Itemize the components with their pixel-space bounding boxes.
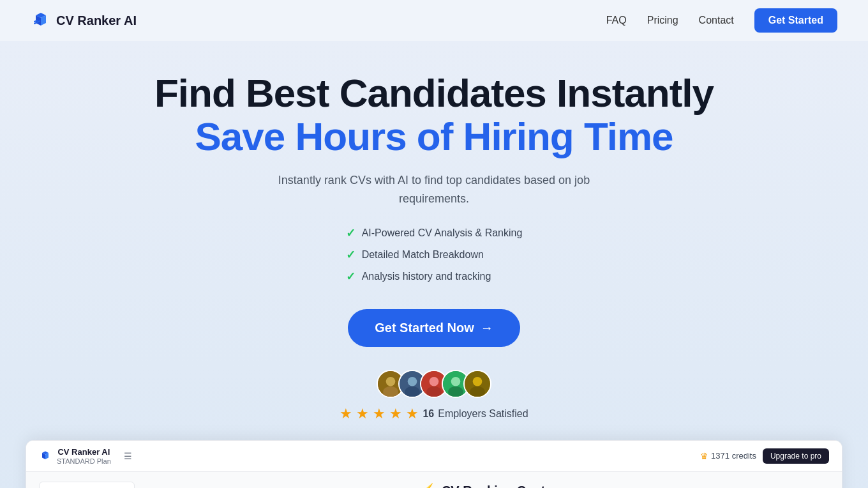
nav-pricing[interactable]: Pricing bbox=[647, 15, 678, 26]
star-1: ★ bbox=[340, 406, 352, 422]
feature-label-3: Analysis history and tracking bbox=[362, 271, 491, 282]
svg-point-7 bbox=[430, 377, 439, 386]
nav-get-started-button[interactable]: Get Started bbox=[754, 8, 837, 33]
app-preview-content: Platform ⚡ CV Ranking Center bbox=[26, 472, 842, 488]
star-5: ★ bbox=[406, 406, 419, 422]
app-preview: CV Ranker AI STANDARD Plan ☰ ♛ 1371 cred… bbox=[26, 440, 842, 488]
check-icon-1: ✓ bbox=[346, 226, 355, 240]
app-logo-icon bbox=[39, 450, 52, 462]
app-logo-text: CV Ranker AI bbox=[57, 447, 111, 457]
avatar-img-5 bbox=[465, 370, 490, 398]
app-preview-bar: CV Ranker AI STANDARD Plan ☰ ♛ 1371 cred… bbox=[26, 441, 842, 472]
star-2: ★ bbox=[356, 406, 369, 422]
logo-icon bbox=[31, 10, 51, 31]
avatar-5 bbox=[463, 370, 491, 398]
feature-item-3: ✓ Analysis history and tracking bbox=[346, 270, 491, 284]
hero-subtitle: Instantly rank CVs with AI to find top c… bbox=[243, 171, 625, 208]
hero-cta-label: Get Started Now bbox=[375, 321, 474, 335]
stars-row: ★ ★ ★ ★ ★ 16 Employers Satisfied bbox=[340, 406, 528, 422]
upgrade-button[interactable]: Upgrade to pro bbox=[763, 448, 829, 464]
avatar-group bbox=[377, 370, 491, 398]
navbar: CV Ranker AI FAQ Pricing Contact Get Sta… bbox=[0, 0, 868, 41]
app-bar-left: CV Ranker AI STANDARD Plan ☰ bbox=[39, 447, 132, 465]
credits-badge: ♛ 1371 credits bbox=[700, 451, 756, 461]
feature-label-1: AI-Powered CV Analysis & Ranking bbox=[362, 227, 523, 239]
svg-point-1 bbox=[386, 377, 396, 386]
platform-label: Platform bbox=[39, 482, 135, 488]
svg-point-11 bbox=[448, 386, 463, 398]
svg-point-10 bbox=[451, 377, 461, 386]
app-plan-text: STANDARD Plan bbox=[57, 457, 111, 465]
features-list: ✓ AI-Powered CV Analysis & Ranking ✓ Det… bbox=[346, 226, 523, 284]
app-title-text: CV Ranking Center bbox=[442, 484, 557, 488]
hero-title-line2: Save Hours of Hiring Time bbox=[195, 115, 673, 158]
svg-point-2 bbox=[383, 386, 398, 398]
nav-contact[interactable]: Contact bbox=[699, 15, 734, 26]
svg-point-13 bbox=[473, 377, 483, 386]
crown-icon: ♛ bbox=[700, 451, 708, 461]
app-bar-right: ♛ 1371 credits Upgrade to pro bbox=[700, 448, 829, 464]
svg-point-14 bbox=[470, 386, 485, 398]
svg-point-4 bbox=[408, 377, 417, 386]
social-proof: ★ ★ ★ ★ ★ 16 Employers Satisfied bbox=[340, 370, 528, 422]
check-icon-3: ✓ bbox=[346, 270, 355, 284]
svg-point-8 bbox=[426, 386, 442, 398]
logo[interactable]: CV Ranker AI bbox=[31, 10, 137, 31]
star-4: ★ bbox=[389, 406, 402, 422]
hero-get-started-button[interactable]: Get Started Now → bbox=[348, 309, 520, 347]
feature-item-1: ✓ AI-Powered CV Analysis & Ranking bbox=[346, 226, 523, 240]
star-3: ★ bbox=[373, 406, 385, 422]
credits-amount: 1371 credits bbox=[711, 451, 756, 461]
employer-count: 16 bbox=[423, 408, 434, 420]
check-icon-2: ✓ bbox=[346, 248, 355, 262]
app-logo-text-group: CV Ranker AI STANDARD Plan bbox=[57, 447, 111, 465]
hero-content: Find Best Candidates Instantly Save Hour… bbox=[0, 41, 868, 488]
hero-section: Find Best Candidates Instantly Save Hour… bbox=[0, 41, 868, 488]
feature-label-2: Detailed Match Breakdown bbox=[362, 249, 484, 261]
arrow-icon: → bbox=[481, 321, 493, 335]
app-preview-title: ⚡ CV Ranking Center bbox=[147, 483, 829, 488]
hero-title-line1: Find Best Candidates Instantly bbox=[154, 72, 714, 115]
feature-item-2: ✓ Detailed Match Breakdown bbox=[346, 248, 484, 262]
satisfied-text: Employers Satisfied bbox=[438, 408, 528, 420]
app-sidebar-toggle-icon[interactable]: ☰ bbox=[124, 451, 132, 461]
logo-text: CV Ranker AI bbox=[56, 13, 137, 28]
nav-faq[interactable]: FAQ bbox=[606, 15, 627, 26]
svg-point-5 bbox=[405, 386, 420, 398]
ranking-icon: ⚡ bbox=[419, 483, 437, 488]
nav-links: FAQ Pricing Contact Get Started bbox=[606, 8, 837, 33]
